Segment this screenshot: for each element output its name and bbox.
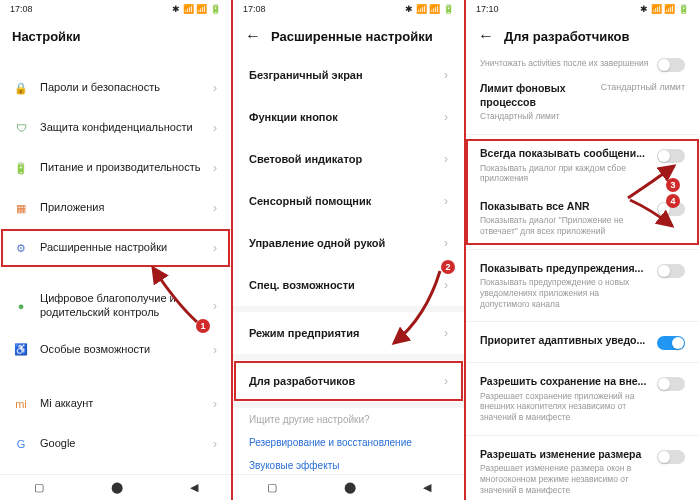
row-label: Расширенные настройки	[40, 241, 201, 255]
row-label: Питание и производительность	[40, 161, 201, 175]
row-sub: Показывать диалог при каждом сбое прилож…	[480, 163, 649, 184]
developer-row[interactable]: Разрешать изменение размераРазрешает изм…	[466, 440, 699, 500]
nav-back[interactable]: ◀	[423, 481, 431, 494]
back-button[interactable]: ←	[478, 27, 494, 45]
row-bg-limit[interactable]: Лимит фоновых процессов Стандартный лими…	[466, 74, 699, 130]
chevron-right-icon: ›	[213, 201, 217, 215]
settings-row[interactable]: 🔋Питание и производительность›	[0, 148, 231, 188]
status-time: 17:10	[476, 4, 499, 14]
row-icon: ●	[14, 299, 28, 313]
advanced-row[interactable]: Световой индикатор›	[233, 138, 464, 180]
chevron-right-icon: ›	[444, 152, 448, 166]
advanced-row[interactable]: Функции кнопок›	[233, 96, 464, 138]
row-sub: Разрешает изменение размера окон в много…	[480, 463, 649, 495]
link-sound[interactable]: Звуковые эффекты	[249, 454, 448, 474]
advanced-row[interactable]: Управление одной рукой›	[233, 222, 464, 264]
row-icon: G	[14, 437, 28, 451]
settings-row[interactable]: ♿Особые возможности›	[0, 330, 231, 370]
row-icon: ⚙	[14, 241, 28, 255]
row-icon: ▦	[14, 201, 28, 215]
row-title: Показывать предупреждения...	[480, 262, 649, 276]
toggle[interactable]	[657, 202, 685, 216]
toggle[interactable]	[657, 377, 685, 391]
titlebar: ← Для разработчиков	[466, 18, 699, 54]
settings-row[interactable]: ▦Приложения›	[0, 188, 231, 228]
chevron-right-icon: ›	[213, 299, 217, 313]
settings-row[interactable]: 🔒Пароли и безопасность›	[0, 68, 231, 108]
advanced-list[interactable]: Безграничный экран›Функции кнопок›Светов…	[233, 54, 464, 474]
highlighted-group: Всегда показывать сообщени...Показывать …	[466, 139, 699, 245]
chevron-right-icon: ›	[444, 194, 448, 208]
row-sub: Показывать диалог "Приложение не отвечае…	[480, 215, 649, 236]
toggle[interactable]	[657, 336, 685, 350]
chevron-right-icon: ›	[444, 110, 448, 124]
developer-row[interactable]: Всегда показывать сообщени...Показывать …	[466, 139, 699, 192]
settings-list[interactable]: 🔒Пароли и безопасность›🛡Защита конфиденц…	[0, 54, 231, 474]
row-label: Функции кнопок	[249, 111, 338, 123]
settings-row[interactable]: ●Цифровое благополучие и родительский ко…	[0, 282, 231, 330]
advanced-row[interactable]: Режим предприятия›	[233, 312, 464, 354]
chevron-right-icon: ›	[213, 397, 217, 411]
row-title: Всегда показывать сообщени...	[480, 147, 649, 161]
settings-row[interactable]: ⚙Расширенные настройки›	[0, 228, 231, 268]
status-time: 17:08	[10, 4, 33, 14]
row-title: Разрешать изменение размера	[480, 448, 649, 462]
chevron-right-icon: ›	[213, 343, 217, 357]
nav-back[interactable]: ◀	[190, 481, 198, 494]
system-nav: ▢ ⬤ ◀	[0, 474, 231, 500]
page-title: Для разработчиков	[504, 29, 630, 44]
chevron-right-icon: ›	[444, 374, 448, 388]
chevron-right-icon: ›	[213, 81, 217, 95]
chevron-right-icon: ›	[213, 241, 217, 255]
advanced-row[interactable]: Безграничный экран›	[233, 54, 464, 96]
nav-recents[interactable]: ▢	[267, 481, 277, 494]
advanced-row[interactable]: Для разработчиков›	[233, 360, 464, 402]
titlebar: Настройки	[0, 18, 231, 54]
developer-row[interactable]: Показывать все ANRПоказывать диалог "При…	[466, 192, 699, 245]
toggle[interactable]	[657, 149, 685, 163]
developer-row[interactable]: Показывать предупреждения...Показывать п…	[466, 254, 699, 318]
settings-row[interactable]: 🛡Защита конфиденциальности›	[0, 108, 231, 148]
developer-row[interactable]: Разрешить сохранение на вне...Разрешает …	[466, 367, 699, 431]
search-hint[interactable]: Ищите другие настройки?	[233, 408, 464, 431]
row-label: Защита конфиденциальности	[40, 121, 201, 135]
row-icon: ♿	[14, 343, 28, 357]
nav-recents[interactable]: ▢	[34, 481, 44, 494]
chevron-right-icon: ›	[213, 121, 217, 135]
developer-row[interactable]: Приоритет адаптивных уведо...	[466, 326, 699, 358]
nav-home[interactable]: ⬤	[111, 481, 123, 494]
row-label: Для разработчиков	[249, 375, 355, 387]
developer-list[interactable]: Уничтожать activities после их завершени…	[466, 54, 699, 500]
link-backup[interactable]: Резервирование и восстановление	[249, 431, 448, 454]
back-button[interactable]: ←	[245, 27, 261, 45]
titlebar: ← Расширенные настройки	[233, 18, 464, 54]
status-bar: 17:08 ✱ 📶 📶 🔋	[0, 0, 231, 18]
row-label: Безграничный экран	[249, 69, 363, 81]
chevron-right-icon: ›	[213, 437, 217, 451]
settings-row[interactable]: GGoogle›	[0, 424, 231, 464]
row-icon: 🛡	[14, 121, 28, 135]
advanced-row[interactable]: Спец. возможности›	[233, 264, 464, 306]
chevron-right-icon: ›	[444, 68, 448, 82]
row-label: Цифровое благополучие и родительский кон…	[40, 292, 201, 320]
nav-home[interactable]: ⬤	[344, 481, 356, 494]
status-icons: ✱ 📶 📶 🔋	[405, 4, 454, 14]
pane-developer: 17:10 ✱ 📶 📶 🔋 ← Для разработчиков Уничто…	[466, 0, 699, 500]
row-title: Показывать все ANR	[480, 200, 649, 214]
status-icons: ✱ 📶 📶 🔋	[172, 4, 221, 14]
row-sub: Разрешает сохранение приложений на внешн…	[480, 391, 649, 423]
advanced-row[interactable]: Сенсорный помощник›	[233, 180, 464, 222]
toggle[interactable]	[657, 58, 685, 72]
toggle[interactable]	[657, 450, 685, 464]
toggle[interactable]	[657, 264, 685, 278]
row-label: Mi аккаунт	[40, 397, 201, 411]
chevron-right-icon: ›	[444, 278, 448, 292]
status-icons: ✱ 📶 📶 🔋	[640, 4, 689, 14]
row-title: Приоритет адаптивных уведо...	[480, 334, 649, 348]
chevron-right-icon: ›	[444, 236, 448, 250]
row-icon: mi	[14, 397, 28, 411]
row-label: Пароли и безопасность	[40, 81, 201, 95]
row-label: Приложения	[40, 201, 201, 215]
settings-row[interactable]: miMi аккаунт›	[0, 384, 231, 424]
row-destroy-activities[interactable]: Уничтожать activities после их завершени…	[466, 54, 699, 74]
